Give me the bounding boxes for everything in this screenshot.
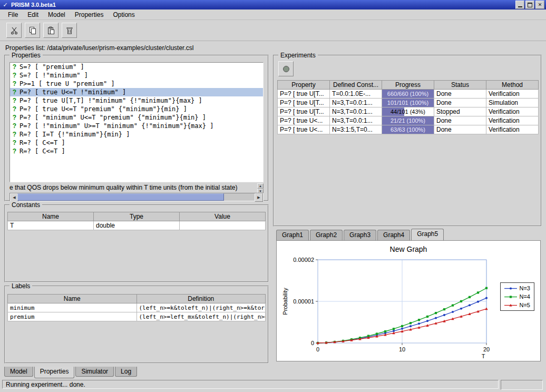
label-col-header[interactable]: Name <box>8 295 137 303</box>
graph-tab-graph2[interactable]: Graph2 <box>310 230 343 240</box>
graph-panel: New Graph 0102000.000010.00002Probabilit… <box>276 240 541 361</box>
property-text: R=? [ C<=T ] <box>19 139 65 146</box>
constant-row[interactable]: Tdouble <box>8 221 266 230</box>
minimize-button[interactable] <box>515 1 524 9</box>
property-text: P=? [ !"minimum" U>=T "minimum" {!"minim… <box>19 122 213 130</box>
properties-panel-title: Properties <box>9 52 43 59</box>
property-question-icon: ? <box>12 72 17 79</box>
tab-log[interactable]: Log <box>115 367 137 377</box>
experiments-panel-title: Experiments <box>278 52 318 59</box>
experiment-status: Done <box>434 125 486 134</box>
menu-properties[interactable]: Properties <box>70 10 109 19</box>
constants-panel-title: Constants <box>9 201 42 209</box>
experiments-table[interactable]: PropertyDefined Const...ProgressStatusMe… <box>277 80 539 134</box>
experiment-col-header[interactable]: Status <box>434 81 486 90</box>
scrollbar-thumb[interactable] <box>17 193 224 201</box>
menu-options[interactable]: Options <box>108 10 139 19</box>
experiment-row[interactable]: P=? [ true U<... N=3:1:5,T=0... 63/63 (1… <box>278 125 539 134</box>
status-bar: Running experiment... done. <box>2 380 499 389</box>
experiment-method: Verification <box>486 90 539 99</box>
experiment-row[interactable]: P=? [ true U[T... T=0.0:1.0E-... 660/660… <box>278 90 539 99</box>
scissors-icon <box>10 26 18 35</box>
trash-icon <box>65 26 74 35</box>
menu-model[interactable]: Model <box>43 10 70 19</box>
experiment-col-header[interactable]: Property <box>278 81 330 90</box>
chart-legend[interactable]: N=3N=4N=5 <box>500 282 535 311</box>
label-row[interactable]: minimum(left_n>=k&toleft_n)|(right_n>=k&… <box>8 303 266 312</box>
delete-button[interactable] <box>62 23 77 38</box>
scroll-right-icon[interactable]: ▶ <box>255 193 263 202</box>
property-question-icon: ? <box>12 114 17 121</box>
property-item[interactable]: ?P=? [ true U[T,T] !"minimum" {!"minimum… <box>10 96 263 105</box>
cut-button[interactable] <box>6 23 22 38</box>
tab-simulator[interactable]: Simulator <box>75 367 114 377</box>
experiment-property: P=? [ true U[T... <box>278 90 330 99</box>
constants-table[interactable]: NameTypeValueTdouble <box>7 212 266 230</box>
experiment-col-header[interactable]: Defined Const... <box>330 81 382 90</box>
property-item[interactable]: ?P=? [ true U<=T "premium" {"minimum"}{m… <box>10 105 263 113</box>
tab-model[interactable]: Model <box>4 367 33 377</box>
svg-text:0: 0 <box>311 340 314 346</box>
property-item[interactable]: ?P=? [ !"minimum" U>=T "minimum" {!"mini… <box>10 122 263 130</box>
constant-col-header[interactable]: Type <box>94 212 180 221</box>
label-col-header[interactable]: Definition <box>136 295 266 303</box>
constant-cell: T <box>8 221 94 230</box>
properties-list[interactable]: ?S=? [ "premium" ]?S=? [ !"minimum" ]?P>… <box>9 62 264 182</box>
constant-col-header[interactable]: Value <box>180 212 266 221</box>
label-row[interactable]: premium(left_n>=left_mx&toleft_n)|(right… <box>8 312 266 321</box>
menu-edit[interactable]: Edit <box>23 10 43 19</box>
tab-properties[interactable]: Properties <box>34 367 75 378</box>
legend-label: N=4 <box>520 293 531 300</box>
title-bar[interactable]: ✓ PRISM 3.0.beta1 ✕ <box>0 0 546 9</box>
experiment-row[interactable]: P=? [ true U[T... N=3,T=0.0:1... 44/101 … <box>278 107 539 116</box>
experiments-panel: Experiments PropertyDefined Const...Prog… <box>273 55 542 227</box>
stop-experiment-button[interactable] <box>278 61 294 76</box>
maximize-button[interactable] <box>525 1 534 9</box>
property-question-icon: ? <box>12 97 17 104</box>
property-comment-pane[interactable]: e that QOS drops below minimum quality w… <box>9 183 264 192</box>
experiment-progress: 44/101 (43%) <box>382 107 434 116</box>
paste-button[interactable] <box>43 23 58 38</box>
constant-cell <box>180 221 266 230</box>
comment-horizontal-scrollbar[interactable]: ◀ ▶ <box>9 193 264 201</box>
label-cell: minimum <box>8 303 137 312</box>
property-item[interactable]: ?S=? [ "premium" ] <box>10 63 263 71</box>
experiment-status: Done <box>434 116 486 125</box>
experiment-property: P=? [ true U[T... <box>278 99 330 107</box>
property-item[interactable]: ?P>=1 [ true U "premium" ] <box>10 80 263 88</box>
scroll-up-icon[interactable]: ▲ <box>257 183 264 189</box>
experiment-method: Verification <box>486 107 539 116</box>
copy-button[interactable] <box>25 23 40 38</box>
experiment-row[interactable]: P=? [ true U<... N=3,T=0.0:1... 21/21 (1… <box>278 116 539 125</box>
property-text: R=? [ I=T {!"minimum"}{min} ] <box>19 131 130 138</box>
experiment-constants: N=3,T=0.0:1... <box>330 116 382 125</box>
close-button[interactable]: ✕ <box>535 1 544 9</box>
comment-vertical-scrollbar[interactable]: ▲ ▼ <box>257 183 264 192</box>
progress-bar: 101/101 (100%) <box>382 99 434 107</box>
close-icon: ✕ <box>538 3 542 7</box>
experiment-col-header[interactable]: Progress <box>382 81 434 90</box>
legend-marker-icon <box>504 303 517 308</box>
property-item[interactable]: ?R=? [ I=T {!"minimum"}{min} ] <box>10 130 263 139</box>
constant-cell: double <box>94 221 180 230</box>
experiment-status: Done <box>434 99 486 107</box>
progress-bar: 44/101 (43%) <box>382 107 434 116</box>
property-item[interactable]: ?S=? [ !"minimum" ] <box>10 71 263 80</box>
experiment-col-header[interactable]: Method <box>486 81 539 90</box>
experiment-row[interactable]: P=? [ true U[T... N=3,T=0.0:1... 101/101… <box>278 99 539 107</box>
graph-tab-graph4[interactable]: Graph4 <box>377 230 410 240</box>
property-item[interactable]: ?R=? [ C<=T ] <box>10 147 263 155</box>
menu-file[interactable]: File <box>3 10 23 19</box>
svg-text:20: 20 <box>483 346 490 352</box>
property-item[interactable]: ?P=? [ true U<=T !"minimum" ] <box>10 88 263 96</box>
labels-table[interactable]: NameDefinitionminimum(left_n>=k&toleft_n… <box>7 294 266 321</box>
progress-bar: 63/63 (100%) <box>382 125 434 134</box>
constant-col-header[interactable]: Name <box>8 212 94 221</box>
graph-tab-graph1[interactable]: Graph1 <box>276 230 309 240</box>
property-question-icon: ? <box>12 105 17 113</box>
property-item[interactable]: ?P=? [ "minimum" U<=T "premium" {"minimu… <box>10 113 263 122</box>
graph-tab-graph3[interactable]: Graph3 <box>344 230 376 240</box>
property-item[interactable]: ?R=? [ C<=T ] <box>10 139 263 147</box>
graph-tab-graph5[interactable]: Graph5 <box>411 229 444 240</box>
experiment-constants: N=3,T=0.0:1... <box>330 107 382 116</box>
